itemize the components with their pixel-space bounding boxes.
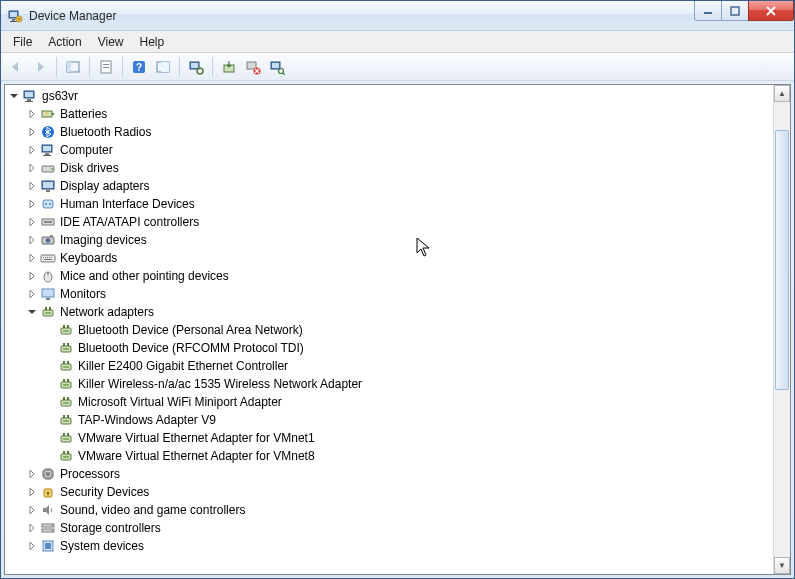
tree-category[interactable]: Disk drives	[25, 159, 773, 177]
tree-category[interactable]: Sound, video and game controllers	[25, 501, 773, 519]
svg-rect-85	[67, 415, 69, 418]
expand-icon[interactable]	[25, 179, 39, 193]
svg-rect-90	[63, 438, 69, 440]
display-icon	[40, 178, 56, 194]
tree-category[interactable]: Keyboards	[25, 249, 773, 267]
svg-rect-1	[10, 12, 17, 17]
tree-device[interactable]: ▷Microsoft Virtual WiFi Miniport Adapter	[43, 393, 773, 411]
ide-icon	[40, 214, 56, 230]
tree-category-label: Sound, video and game controllers	[60, 501, 245, 519]
uninstall-button[interactable]	[242, 56, 264, 78]
tree-category[interactable]: Bluetooth Radios	[25, 123, 773, 141]
expand-icon[interactable]	[25, 215, 39, 229]
properties-button[interactable]	[95, 56, 117, 78]
expand-icon[interactable]	[25, 287, 39, 301]
tree-category[interactable]: Mice and other pointing devices	[25, 267, 773, 285]
window-title: Device Manager	[29, 9, 116, 23]
svg-rect-2	[12, 19, 15, 21]
monitor-icon	[40, 286, 56, 302]
expand-icon[interactable]	[25, 467, 39, 481]
svg-rect-51	[45, 257, 46, 258]
tree-device[interactable]: ▷Killer Wireless-n/a/ac 1535 Wireless Ne…	[43, 375, 773, 393]
scroll-up-button[interactable]: ▲	[774, 85, 790, 102]
expand-icon[interactable]	[25, 485, 39, 499]
collapse-icon[interactable]	[25, 305, 39, 319]
show-hide-console-tree-button[interactable]	[62, 56, 84, 78]
view-button[interactable]	[185, 56, 207, 78]
device-tree[interactable]: gs63vrBatteriesBluetooth RadiosComputerD…	[5, 85, 773, 574]
svg-rect-64	[63, 325, 65, 328]
svg-rect-66	[63, 330, 69, 332]
tree-device-label: VMware Virtual Ethernet Adapter for VMne…	[78, 447, 315, 465]
help-button[interactable]: ?	[128, 56, 150, 78]
tree-category[interactable]: IDE ATA/ATAPI controllers	[25, 213, 773, 231]
tree-device-label: Killer Wireless-n/a/ac 1535 Wireless Net…	[78, 375, 362, 393]
menu-help[interactable]: Help	[132, 31, 173, 52]
battery-icon	[40, 106, 56, 122]
tree-category[interactable]: Processors	[25, 465, 773, 483]
tree-category[interactable]: Monitors	[25, 285, 773, 303]
scroll-thumb[interactable]	[775, 130, 789, 390]
svg-rect-74	[63, 366, 69, 368]
tree-category[interactable]: Human Interface Devices	[25, 195, 773, 213]
svg-rect-89	[67, 433, 69, 436]
expand-icon[interactable]	[25, 233, 39, 247]
tree-category-label: Computer	[60, 141, 113, 159]
tree-category[interactable]: Computer	[25, 141, 773, 159]
tree-device[interactable]: ▷VMware Virtual Ethernet Adapter for VMn…	[43, 429, 773, 447]
tree-category[interactable]: Batteries	[25, 105, 773, 123]
svg-point-24	[279, 68, 284, 73]
scan-hardware-button[interactable]	[266, 56, 288, 78]
tree-category-label: Network adapters	[60, 303, 154, 321]
minimize-button[interactable]	[694, 1, 722, 21]
tree-device[interactable]: ▷Bluetooth Device (Personal Area Network…	[43, 321, 773, 339]
tree-category[interactable]: Imaging devices	[25, 231, 773, 249]
tree-category[interactable]: Security Devices	[25, 483, 773, 501]
expand-icon[interactable]	[25, 143, 39, 157]
menu-view[interactable]: View	[90, 31, 132, 52]
titlebar[interactable]: Device Manager	[1, 1, 794, 31]
imaging-icon	[40, 232, 56, 248]
svg-rect-62	[45, 312, 51, 314]
svg-rect-68	[63, 343, 65, 346]
expand-icon[interactable]	[25, 107, 39, 121]
update-driver-button[interactable]	[218, 56, 240, 78]
svg-rect-104	[45, 543, 51, 549]
vertical-scrollbar[interactable]: ▲ ▼	[773, 85, 790, 574]
menu-action[interactable]: Action	[40, 31, 89, 52]
svg-rect-82	[63, 402, 69, 404]
svg-rect-72	[63, 361, 65, 364]
svg-rect-80	[63, 397, 65, 400]
tree-category[interactable]: Storage controllers	[25, 519, 773, 537]
expand-icon[interactable]	[25, 125, 39, 139]
bluetooth-icon	[40, 124, 56, 140]
tree-category[interactable]: System devices	[25, 537, 773, 555]
expand-icon[interactable]	[25, 539, 39, 553]
back-button[interactable]	[5, 56, 27, 78]
expand-icon[interactable]	[25, 197, 39, 211]
menu-file[interactable]: File	[5, 31, 40, 52]
computer-icon	[22, 88, 38, 104]
expand-icon[interactable]	[25, 269, 39, 283]
tree-device[interactable]: ▷Killer E2400 Gigabit Ethernet Controlle…	[43, 357, 773, 375]
scroll-down-button[interactable]: ▼	[774, 557, 790, 574]
svg-rect-45	[44, 221, 52, 223]
tree-category-label: Security Devices	[60, 483, 149, 501]
close-button[interactable]	[748, 1, 794, 21]
tree-device[interactable]: ▷VMware Virtual Ethernet Adapter for VMn…	[43, 447, 773, 465]
forward-button[interactable]	[29, 56, 51, 78]
expand-icon[interactable]	[25, 503, 39, 517]
expand-icon[interactable]	[25, 521, 39, 535]
tree-device[interactable]: ▷TAP-Windows Adapter V9	[43, 411, 773, 429]
tree-device[interactable]: ▷Bluetooth Device (RFCOMM Protocol TDI)	[43, 339, 773, 357]
collapse-icon[interactable]	[7, 89, 21, 103]
tree-category[interactable]: Network adapters	[25, 303, 773, 321]
tree-category[interactable]: Display adapters	[25, 177, 773, 195]
svg-rect-35	[43, 155, 51, 156]
tree-root[interactable]: gs63vr	[7, 87, 773, 105]
action-button[interactable]	[152, 56, 174, 78]
expand-icon[interactable]	[25, 161, 39, 175]
svg-rect-76	[63, 379, 65, 382]
expand-icon[interactable]	[25, 251, 39, 265]
maximize-button[interactable]	[721, 1, 749, 21]
